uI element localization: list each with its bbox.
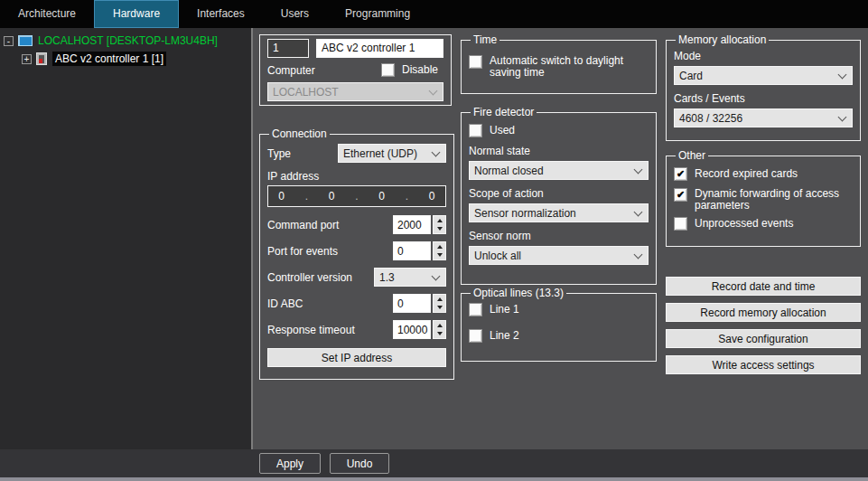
port-for-events-input[interactable]: 0 — [393, 241, 431, 260]
record-expired-cards-checkbox[interactable] — [674, 167, 687, 181]
mode-label: Mode — [674, 50, 853, 62]
spinner-buttons[interactable] — [433, 320, 446, 339]
record-memory-allocation-button[interactable]: Record memory allocation — [666, 303, 861, 322]
command-port-spinner: 2000 — [393, 215, 446, 234]
tab-architecture[interactable]: Architecture — [0, 0, 94, 28]
collapse-toggle-icon[interactable]: - — [4, 36, 14, 46]
computer-select-value: LOCALHOST — [273, 86, 339, 99]
controller-version-label: Controller version — [267, 271, 352, 284]
tab-hardware[interactable]: Hardware — [94, 0, 179, 28]
tree-item-controller[interactable]: ABC v2 controller 1 [1] — [52, 52, 166, 66]
unprocessed-events-checkbox[interactable] — [674, 217, 687, 231]
port-for-events-label: Port for events — [267, 245, 338, 258]
chevron-down-icon — [634, 209, 643, 218]
ip-octet-4[interactable]: 0 — [429, 190, 435, 203]
device-tree-panel: - LOCALHOST [DESKTOP-LM3U4BH] + ABC v2 c… — [0, 28, 251, 449]
spin-up-icon[interactable] — [437, 297, 443, 301]
ip-dot: . — [305, 190, 308, 203]
record-date-time-button[interactable]: Record date and time — [666, 277, 861, 296]
dst-label: Automatic switch to daylight saving time — [490, 55, 641, 79]
expand-toggle-icon[interactable]: + — [22, 54, 32, 64]
time-title: Time — [471, 33, 499, 46]
normal-state-label: Normal state — [469, 145, 649, 157]
controller-number-input[interactable]: 1 — [267, 39, 309, 58]
tree-item-localhost[interactable]: LOCALHOST [DESKTOP-LM3U4BH] — [38, 34, 218, 47]
tab-programming[interactable]: Programming — [327, 0, 428, 28]
line1-checkbox[interactable] — [469, 303, 482, 316]
sensor-norm-value: Unlock all — [474, 250, 521, 262]
memory-allocation-group: Memory allocation Mode Card Cards / Even… — [666, 33, 861, 141]
tab-users[interactable]: Users — [263, 0, 327, 28]
tab-bar: Architecture Hardware Interfaces Users P… — [0, 0, 868, 28]
spin-down-icon[interactable] — [437, 253, 443, 257]
ip-octet-1[interactable]: 0 — [278, 190, 285, 203]
command-port-input[interactable]: 2000 — [393, 215, 431, 234]
undo-button[interactable]: Undo — [330, 453, 389, 474]
scope-of-action-select[interactable]: Sensor normalization — [469, 203, 649, 222]
chevron-down-icon — [634, 251, 643, 260]
response-timeout-label: Response timeout — [267, 324, 355, 336]
scope-of-action-value: Sensor normalization — [474, 207, 576, 220]
cards-events-label: Cards / Events — [674, 92, 853, 105]
computer-select[interactable]: LOCALHOST — [267, 82, 443, 101]
used-checkbox[interactable] — [469, 124, 482, 137]
write-access-settings-button[interactable]: Write access settings — [666, 355, 861, 374]
ip-octet-3[interactable]: 0 — [378, 190, 385, 203]
connection-type-value: Ethernet (UDP) — [343, 147, 417, 160]
spin-up-icon[interactable] — [437, 245, 443, 249]
sensor-norm-select[interactable]: Unlock all — [469, 246, 649, 265]
disable-checkbox[interactable] — [381, 63, 395, 77]
scope-of-action-label: Scope of action — [469, 187, 649, 200]
chevron-down-icon — [838, 71, 847, 80]
controller-name-input[interactable]: ABC v2 controller 1 — [316, 39, 443, 58]
ip-octet-2[interactable]: 0 — [329, 190, 335, 203]
chevron-down-icon — [838, 114, 847, 123]
id-abc-input[interactable]: 0 — [393, 294, 431, 313]
ip-address-field[interactable]: 0. 0. 0. 0 — [267, 185, 446, 207]
cards-events-select[interactable]: 4608 / 32256 — [674, 108, 853, 127]
spinner-buttons[interactable] — [433, 294, 446, 313]
port-for-events-spinner: 0 — [393, 241, 446, 260]
normal-state-select[interactable]: Normal closed — [469, 161, 649, 180]
connection-title: Connection — [269, 127, 330, 140]
other-title: Other — [676, 149, 708, 162]
computer-label: Computer — [267, 64, 315, 77]
controller-header-box: 1 ABC v2 controller 1 Computer Disable L… — [259, 34, 452, 106]
chevron-down-icon — [429, 88, 438, 97]
disable-checkbox-row: Disable — [381, 63, 438, 77]
mode-value: Card — [679, 70, 703, 82]
spin-up-icon[interactable] — [437, 324, 443, 327]
ip-dot: . — [355, 190, 358, 203]
controller-version-select[interactable]: 1.3 — [374, 268, 446, 287]
connection-type-select[interactable]: Ethernet (UDP) — [338, 144, 446, 163]
apply-button[interactable]: Apply — [259, 453, 321, 474]
save-configuration-button[interactable]: Save configuration — [666, 329, 861, 348]
spin-down-icon[interactable] — [437, 227, 443, 231]
tree-row-localhost: - LOCALHOST [DESKTOP-LM3U4BH] — [0, 33, 251, 49]
footer-bar: Apply Undo — [0, 449, 868, 477]
window-bottom-edge — [0, 477, 868, 481]
dynamic-forwarding-checkbox[interactable] — [674, 188, 687, 202]
spin-down-icon[interactable] — [437, 332, 443, 335]
time-group: Time Automatic switch to daylight saving… — [461, 33, 657, 94]
mode-select[interactable]: Card — [674, 66, 853, 85]
id-abc-label: ID ABC — [267, 297, 303, 310]
main-panel: 1 ABC v2 controller 1 Computer Disable L… — [253, 28, 868, 449]
line2-label: Line 2 — [490, 330, 519, 342]
other-group: Other Record expired cards Dynamic forwa… — [666, 149, 861, 247]
spinner-buttons[interactable] — [433, 215, 446, 234]
response-timeout-spinner: 10000 — [393, 320, 446, 339]
type-label: Type — [267, 147, 291, 160]
spin-down-icon[interactable] — [437, 306, 443, 309]
chevron-down-icon — [432, 273, 441, 282]
tree-row-controller: + ABC v2 controller 1 [1] — [0, 51, 251, 67]
chevron-down-icon — [634, 166, 643, 175]
dst-checkbox[interactable] — [469, 55, 482, 69]
response-timeout-input[interactable]: 10000 — [393, 320, 431, 339]
line2-checkbox[interactable] — [469, 329, 482, 343]
set-ip-address-button[interactable]: Set IP address — [267, 348, 446, 367]
spin-up-icon[interactable] — [437, 219, 443, 222]
spinner-buttons[interactable] — [433, 241, 446, 260]
tab-interfaces[interactable]: Interfaces — [179, 0, 263, 28]
computer-icon — [18, 35, 33, 46]
